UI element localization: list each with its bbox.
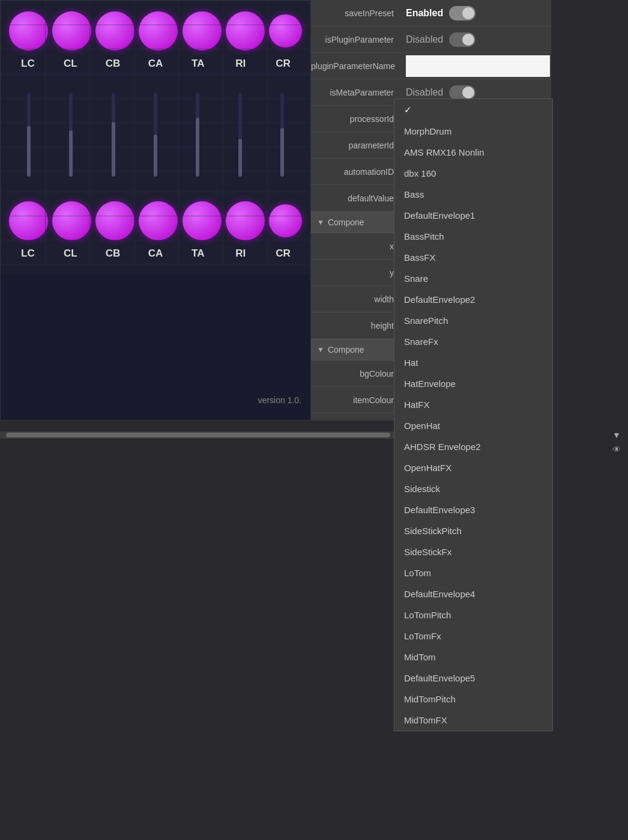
- slider-ca[interactable]: [136, 81, 175, 177]
- is-meta-parameter-toggle[interactable]: [449, 85, 476, 100]
- knob-cr-top[interactable]: [269, 14, 302, 47]
- processor-id-dropdown[interactable]: ✓ MorphDrum AMS RMX16 Nonlin dbx 160 Bas…: [394, 99, 553, 731]
- dropdown-item-morphdrum[interactable]: MorphDrum: [394, 121, 552, 142]
- label-ri-bottom: RI: [221, 248, 260, 260]
- component-header-label-1: Compone: [328, 218, 364, 227]
- scrollbar-thumb[interactable]: [6, 433, 390, 437]
- save-in-preset-toggle-group: Enabled: [406, 6, 476, 20]
- triangle-icon-2: ▼: [317, 345, 324, 354]
- slider-track-cb: [112, 93, 115, 177]
- plugin-parameter-name-input[interactable]: [406, 55, 550, 77]
- slider-cr[interactable]: [262, 81, 301, 177]
- dropdown-item-hat[interactable]: Hat: [394, 352, 552, 373]
- version-label: version 1.0.: [258, 395, 301, 405]
- dropdown-item-defaultenvelope4[interactable]: DefaultEnvelope4: [394, 583, 552, 604]
- dropdown-item-sidestickpitch[interactable]: SideStickPitch: [394, 520, 552, 541]
- dropdown-item-snarepitch[interactable]: SnarePitch: [394, 310, 552, 331]
- dropdown-item-sidestick[interactable]: Sidestick: [394, 478, 552, 499]
- slider-fill-cr: [280, 128, 284, 177]
- horizontal-scrollbar[interactable]: [0, 431, 396, 439]
- dropdown-item-snarefx[interactable]: SnareFx: [394, 331, 552, 352]
- dropdown-item-defaultenvelope1[interactable]: DefaultEnvelope1: [394, 205, 552, 226]
- slider-ri[interactable]: [220, 81, 259, 177]
- dropdown-item-checkmark[interactable]: ✓: [394, 99, 552, 121]
- default-value-label: defaultValue: [311, 193, 401, 203]
- save-in-preset-toggle[interactable]: [449, 6, 476, 20]
- dropdown-item-bassfx[interactable]: BassFX: [394, 247, 552, 268]
- dropdown-item-defaultenvelope3[interactable]: DefaultEnvelope3: [394, 499, 552, 520]
- dropdown-item-openhatfx[interactable]: OpenHatFX: [394, 457, 552, 478]
- slider-fill-ca: [154, 135, 157, 177]
- is-meta-parameter-label: isMetaParameter: [311, 88, 401, 97]
- dropdown-item-ahdsr-envelope2[interactable]: AHDSR Envelope2: [394, 436, 552, 457]
- plugin-parameter-name-row: pluginParameterName: [311, 53, 551, 79]
- dropdown-item-midtomfx[interactable]: MidTomFX: [394, 710, 552, 731]
- is-plugin-parameter-toggle[interactable]: [449, 32, 476, 47]
- knob-lc-bottom[interactable]: [9, 201, 48, 240]
- knob-cl-top[interactable]: [52, 11, 91, 50]
- dropdown-item-hatenvelope[interactable]: HatEnvelope: [394, 373, 552, 394]
- dropdown-item-lotomfx[interactable]: LoTomFx: [394, 625, 552, 647]
- slider-fill-cl: [69, 130, 73, 177]
- label-cr-bottom: CR: [264, 248, 303, 260]
- eye-icon[interactable]: 👁: [612, 445, 621, 454]
- knob-ta-bottom[interactable]: [183, 201, 222, 240]
- knob-ri-top[interactable]: [226, 11, 265, 50]
- dropdown-item-ams-rmx16[interactable]: AMS RMX16 Nonlin: [394, 142, 552, 163]
- label-cl-top: CL: [51, 58, 90, 70]
- dropdown-item-basspitch[interactable]: BassPitch: [394, 226, 552, 247]
- drum-panel: LC CL CB CA TA RI CR: [0, 0, 311, 421]
- dropdown-arrow-icon[interactable]: ▼: [612, 430, 621, 440]
- slider-track-cr: [280, 93, 284, 177]
- slider-track-ca: [154, 93, 157, 177]
- slider-cb[interactable]: [94, 81, 133, 177]
- knob-ta-top[interactable]: [183, 11, 222, 50]
- slider-fill-lc: [27, 126, 31, 177]
- dropdown-item-sidestickfx[interactable]: SideStickFx: [394, 541, 552, 562]
- knob-ca-top[interactable]: [139, 11, 178, 50]
- save-in-preset-label: saveInPreset: [311, 8, 401, 18]
- dropdown-item-dbx160[interactable]: dbx 160: [394, 163, 552, 184]
- bottom-knob-row: [1, 196, 310, 245]
- slider-track-ri: [238, 93, 242, 177]
- slider-fill-cb: [112, 122, 115, 177]
- dropdown-item-midtompitch[interactable]: MidTomPitch: [394, 689, 552, 710]
- is-plugin-parameter-toggle-group: Disabled: [406, 32, 476, 47]
- knob-ca-bottom[interactable]: [139, 201, 178, 240]
- slider-ta[interactable]: [178, 81, 217, 177]
- label-ca-bottom: CA: [136, 248, 175, 260]
- save-in-preset-value: Enabled: [401, 6, 551, 20]
- dropdown-item-hatfx[interactable]: HatFX: [394, 394, 552, 415]
- knob-cl-bottom[interactable]: [52, 201, 91, 240]
- bg-colour-label: bgColour: [311, 369, 401, 379]
- dropdown-item-defaultenvelope5[interactable]: DefaultEnvelope5: [394, 668, 552, 689]
- label-ta-bottom: TA: [178, 248, 217, 260]
- triangle-icon-1: ▼: [317, 218, 324, 227]
- x-label: x: [311, 242, 401, 251]
- is-meta-parameter-text: Disabled: [406, 87, 443, 98]
- item-colour-label: itemColour: [311, 395, 401, 405]
- knob-cb-bottom[interactable]: [95, 201, 134, 240]
- label-ri-top: RI: [221, 58, 260, 70]
- label-ca-top: CA: [136, 58, 175, 70]
- knob-lc-top[interactable]: [9, 11, 48, 50]
- label-cb-bottom: CB: [94, 248, 133, 260]
- dropdown-item-midtom[interactable]: MidTom: [394, 647, 552, 668]
- is-meta-parameter-value: Disabled: [401, 85, 551, 100]
- save-in-preset-row: saveInPreset Enabled: [311, 0, 551, 26]
- dropdown-item-bass[interactable]: Bass: [394, 184, 552, 205]
- slider-cl[interactable]: [52, 81, 91, 177]
- dropdown-item-snare[interactable]: Snare: [394, 268, 552, 289]
- dropdown-item-defaultenvelope2[interactable]: DefaultEnvelope2: [394, 289, 552, 310]
- slider-lc[interactable]: [10, 81, 49, 177]
- is-plugin-parameter-value: Disabled: [401, 32, 551, 47]
- top-label-row: LC CL CB CA TA RI CR: [1, 55, 310, 75]
- knob-ri-bottom[interactable]: [226, 201, 265, 240]
- dropdown-item-lotompitch[interactable]: LoTomPitch: [394, 604, 552, 625]
- dropdown-item-openhat[interactable]: OpenHat: [394, 415, 552, 436]
- knob-cr-bottom[interactable]: [269, 204, 302, 237]
- dropdown-item-lotom[interactable]: LoTom: [394, 562, 552, 583]
- label-lc-bottom: LC: [8, 248, 47, 260]
- knob-cb-top[interactable]: [95, 11, 134, 50]
- slider-track-ta: [196, 93, 199, 177]
